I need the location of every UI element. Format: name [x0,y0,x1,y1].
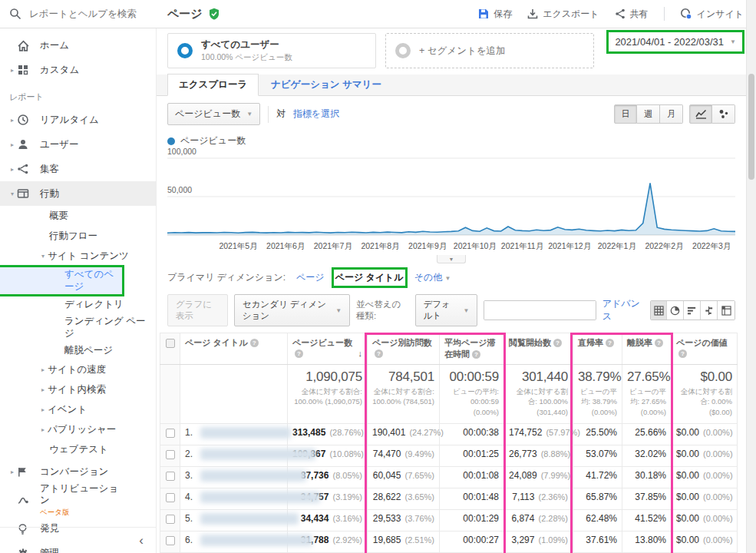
row-checkbox[interactable] [160,509,180,531]
select-metric-link[interactable]: 指標を選択 [293,108,339,121]
table-row: 1. 313,485(28.76%) 190,401(24.27%) 00:00… [160,423,738,445]
help-icon[interactable]: ? [375,349,383,358]
add-segment-button[interactable]: + セグメントを追加 [385,33,594,68]
chevron-down-icon: ▼ [335,307,342,314]
select-all-checkbox[interactable] [160,333,180,365]
date-range-selector[interactable]: 2021/04/01 - 2022/03/31 ▼ [609,32,742,51]
advanced-filter-link[interactable]: アドバンス [602,297,641,323]
metric-dropdown[interactable]: ページビュー数 ▼ [167,103,260,125]
sidebar-item-directory[interactable]: ディレクトリ [0,296,156,314]
chart-expander-button[interactable]: ▼ [437,255,466,263]
sidebar-item-realtime[interactable]: ▸ リアルタイム [0,108,156,132]
metric-row: ページビュー数 ▼ 対 指標を選択 日 週 月 [167,103,735,125]
help-icon[interactable]: ? [295,349,303,358]
table-filter [484,300,596,320]
motion-chart-icon[interactable] [712,104,735,124]
help-icon[interactable]: ? [606,339,614,347]
col-header-pageviews[interactable]: ページビュー数?↓ [288,333,368,365]
line-chart-icon[interactable] [689,104,712,124]
granularity-month[interactable]: 月 [660,104,683,124]
acquisition-icon [17,163,40,175]
help-icon[interactable]: ? [553,339,562,347]
sidebar-item-site-search[interactable]: ▸ サイト内検索 [0,380,156,400]
sidebar-item-publisher[interactable]: ▸ パブリッシャー [0,420,156,440]
table-row: 4. 34,757(3.19%) 28,622(3.65%) 00:01:48 … [160,488,738,509]
dimension-page-title-selected[interactable]: ページ タイトル [335,271,404,284]
row-checkbox[interactable] [160,466,180,488]
col-header-entrances[interactable]: 閲覧開始数? [504,333,573,365]
insights-button[interactable]: インサイト [680,8,744,21]
col-header-avg-time[interactable]: 平均ページ滞在時間? [440,333,504,365]
table-view-icon[interactable] [651,301,668,320]
save-button[interactable]: 保存 [478,8,512,21]
timeseries-chart: 100,000 50,000 2021年5月2021年6月2021年7月2021… [167,149,735,263]
report-header: ページ 保存 エクスポート [157,0,756,28]
shield-check-icon [208,8,220,20]
table-row: 6. 31,788(2.92%) 19,685(2.51%) 00:00:27 … [160,531,738,552]
sidebar-item-exit-pages[interactable]: 離脱ページ [0,342,156,360]
share-button[interactable]: 共有 [615,8,649,21]
col-header-page-value[interactable]: ページの価値? [672,333,738,365]
sidebar-item-home[interactable]: ホーム [0,33,156,58]
pivot-view-icon[interactable] [718,301,735,320]
primary-dimension-bar: プライマリ ディメンション: ページ ページ タイトル その他 ▼ [157,263,746,289]
sidebar-item-audience[interactable]: ▸ ユーザー [0,132,156,157]
sidebar-item-landing-pages[interactable]: ランディング ページ [0,314,154,341]
granularity-day[interactable]: 日 [614,104,637,124]
chart-type-buttons [689,104,735,124]
dimension-page-link[interactable]: ページ [296,271,325,284]
col-header-unique-pageviews[interactable]: ページ別訪問数? [368,333,440,365]
performance-view-icon[interactable] [684,301,701,320]
series-dot-icon [167,137,175,145]
behavior-icon [17,187,40,200]
table-filter-input[interactable] [484,301,596,320]
col-header-exit-rate[interactable]: 離脱率? [622,333,672,365]
sidebar-item-site-content[interactable]: ▾ サイト コンテンツ [0,246,156,266]
sidebar-item-events[interactable]: ▸ イベント [0,400,156,420]
secondary-dimension-button[interactable]: セカンダリ ディメンション ▼ [234,294,350,326]
vertical-scrollbar[interactable] [746,0,756,553]
save-icon [478,8,489,19]
scrollbar-thumb[interactable] [748,74,754,180]
help-icon[interactable]: ? [655,339,663,347]
help-icon[interactable]: ? [250,339,259,347]
sidebar-item-overview[interactable]: 概要 [0,206,156,226]
sidebar-item-conversions[interactable]: ▸ コンバージョン [0,460,156,485]
user-icon [17,138,40,151]
sidebar-item-custom[interactable]: ▸ カスタム [0,58,156,82]
collapse-sidebar-button[interactable]: ‹ [139,533,144,548]
x-axis-label: 2021年7月 [314,241,352,252]
help-icon[interactable]: ? [472,350,480,359]
sidebar-item-attribution[interactable]: アトリビューション ベータ版 [0,485,156,517]
granularity-week[interactable]: 週 [637,104,660,124]
tab-navigation-summary[interactable]: ナビゲーション サマリー [259,75,394,95]
sidebar-item-acquisition[interactable]: ▸ 集客 [0,157,156,181]
chevron-down-icon: ▼ [463,307,469,314]
redacted-title [200,427,291,439]
row-checkbox[interactable] [160,488,180,509]
sidebar-item-behavior[interactable]: ▾ 行動 [0,181,156,206]
row-checkbox[interactable] [160,423,180,445]
col-header-page-title[interactable]: ページ タイトル? [180,333,288,365]
export-button[interactable]: エクスポート [527,8,599,21]
dimension-other-link[interactable]: その他 ▼ [414,271,451,284]
sidebar-item-experiments[interactable]: ウェブテスト [0,440,156,460]
primary-dimension-label: プライマリ ディメンション: [167,271,286,284]
x-axis-labels: 2021年5月2021年6月2021年7月2021年8月2021年9月2021年… [167,241,735,253]
segment-all-users[interactable]: すべてのユーザー 100.00% ページビュー数 [167,33,376,68]
comparison-view-icon[interactable] [701,301,718,320]
sort-type-button[interactable]: デフォルト ▼ [415,294,478,326]
percentage-view-icon[interactable] [667,301,684,320]
col-header-bounce-rate[interactable]: 直帰率? [573,333,622,365]
sidebar-item-behavior-flow[interactable]: 行動フロー [0,226,156,246]
row-checkbox[interactable] [160,531,180,552]
sort-desc-icon: ↓ [358,349,363,358]
help-icon[interactable]: ? [678,349,687,358]
share-icon [615,8,626,19]
x-axis-label: 2021年12月 [548,241,591,252]
row-checkbox[interactable] [160,445,180,466]
search-input[interactable] [29,8,152,19]
tab-explorer[interactable]: エクスプローラ [167,74,259,96]
sidebar-item-site-speed[interactable]: ▸ サイトの速度 [0,360,156,380]
sidebar-item-all-pages[interactable]: すべてのページ [0,267,122,294]
